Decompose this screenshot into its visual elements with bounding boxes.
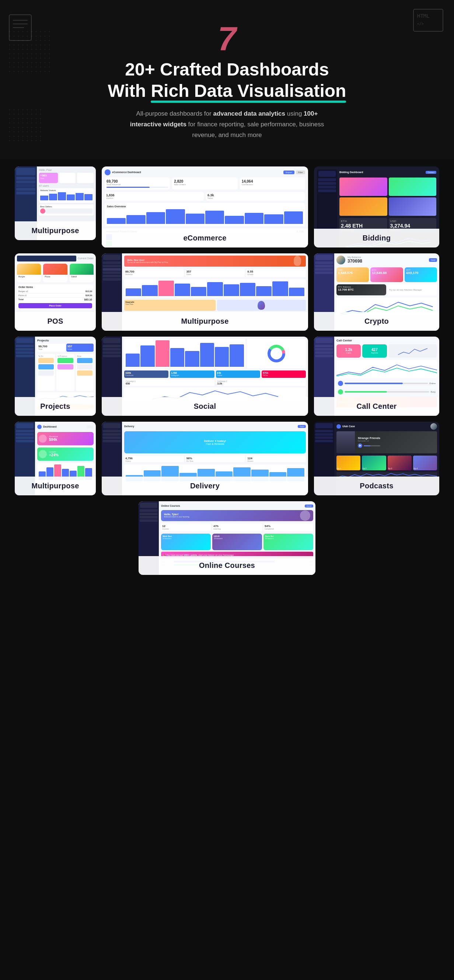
cc-stat-chart-box (389, 344, 437, 358)
del-stats: 4,796 Orders 98% On Time 124 Drivers (124, 455, 306, 462)
bid-img-3 (339, 197, 387, 216)
deco-left-icon (7, 7, 37, 46)
card-label-pos: POS (15, 312, 96, 331)
card-label-podcasts: Podcasts (314, 477, 439, 495)
proj-kanban: To Do In Progress Done (37, 354, 94, 391)
pod-person-image (336, 431, 355, 453)
grid-row-5: Online Courses Enroll Hello, Tyler! Welc… (15, 501, 439, 575)
cc-stat-calls: 1.2k Calls (336, 344, 361, 358)
pod-thumb-1: Ep.1 (336, 455, 360, 470)
card-podcasts[interactable]: Utah Case Strange Friends Episode 12 (314, 422, 439, 495)
hero-title: 20+ Crafted Dashboards With Rich Data Vi… (7, 59, 447, 101)
grid-row-3: Projects 99,700 Total 357 Active (15, 337, 439, 416)
svg-text:HTML: HTML (417, 13, 430, 19)
crypto-card-2: ETH 12,549.88 (370, 267, 403, 282)
oc-greeting: Hello, Tyler! Welcome back to your learn… (161, 510, 313, 521)
crypto-card-3: DOT 4X0,170 (405, 267, 437, 282)
oc-stats: 12 Courses 47h Learning 94% Completion (161, 523, 313, 531)
card-multipurpose-1[interactable]: Hello, Paul +560 new 47 users Website Vi… (15, 167, 96, 240)
card-crypto[interactable]: My Balance 370698 Send BNB 1,648.575 (314, 253, 439, 331)
svg-rect-4 (413, 9, 443, 31)
cc-stat-agents: 427 Agents (362, 344, 387, 358)
grid-row-4: Dashboard Revenue $84k (15, 422, 439, 495)
card-label-multipurpose-1: Multipurpose (15, 221, 96, 240)
card-label-multipurpose-3: Multipurpose (15, 477, 96, 495)
card-multipurpose-2[interactable]: Hello, New User! Try our all new Environ… (102, 253, 308, 331)
pod-thumb-2: Ep.2 (362, 455, 386, 470)
card-multipurpose-3[interactable]: Dashboard Revenue $84k (15, 422, 96, 495)
card-bidding[interactable]: Bidding Dashboard Connect ETH (314, 167, 439, 248)
soc-stats: 320k Facebook 1.5M Instagram 84k Twitter (124, 371, 306, 378)
pod-hero-image: Strange Friends Episode 12 (336, 431, 437, 453)
oc-course-cards: Web Dev 24 lessons UI/UX 18 lessons Data… (161, 534, 313, 550)
card-label-social: Social (102, 397, 308, 416)
mp3-pink-card: Revenue $84k (37, 432, 94, 445)
bid-img-2 (389, 178, 436, 196)
oc-course-1: Web Dev 24 lessons (161, 534, 211, 550)
bid-images (339, 178, 436, 216)
card-pos[interactable]: Current Order Burger Pizza Salad (15, 253, 96, 331)
card-label-delivery: Delivery (102, 477, 308, 495)
cc-stats-row: 1.2k Calls 427 Agents (336, 344, 437, 358)
card-label-crypto: Crypto (314, 312, 439, 331)
card-label-multipurpose-2: Multipurpose (102, 312, 308, 331)
oc-course-2: UI/UX 18 lessons (212, 534, 262, 550)
soc-charts (124, 339, 306, 368)
dashboard-grid: Hello, Paul +560 new 47 users Website Vi… (0, 159, 454, 603)
card-online-courses[interactable]: Online Courses Enroll Hello, Tyler! Welc… (139, 501, 315, 575)
grid-row-1: Hello, Paul +560 new 47 users Website Vi… (15, 167, 439, 248)
card-label-online-courses: Online Courses (139, 556, 315, 575)
crypto-avatar (336, 256, 345, 264)
card-delivery[interactable]: Delivery Track Deliver it today! Fast & … (102, 422, 308, 495)
card-callcenter[interactable]: Call Center 1.2k Calls 427 Agents (314, 337, 439, 416)
pod-thumbnails: Ep.1 Ep.2 Ep.3 Ep.4 (336, 455, 437, 470)
hero-number: 7 (7, 22, 447, 55)
card-projects[interactable]: Projects 99,700 Total 357 Active (15, 337, 96, 416)
card-label-bidding: Bidding (314, 229, 439, 248)
card-label-projects: Projects (15, 397, 96, 416)
bid-img-1 (339, 178, 387, 196)
mp3-green-card: Growth +24% (37, 447, 94, 461)
mp2-chart (124, 279, 306, 298)
crypto-cards: BNB 1,648.575 ETH 12,549.88 DOT 4X0,170 (336, 267, 437, 282)
mp2-banner: Hello, New User! Try our all new Environ… (124, 256, 306, 267)
hero-description: All-purpose dashboards for advanced data… (127, 109, 327, 141)
mp2-stats: 89,700 Revenue 357 Users 8.55 Growth (124, 269, 306, 277)
grid-row-2: Current Order Burger Pizza Salad (15, 253, 439, 331)
proj-stats: 99,700 Total 357 Active (37, 344, 94, 352)
card-label-ecommerce: eCommerce (102, 229, 308, 248)
cc-wave-area (336, 360, 437, 378)
del-hero-banner: Deliver it today! Fast & Reliable (124, 431, 306, 453)
deco-right-icon: HTML </> (410, 7, 447, 38)
svg-text:</>: </> (417, 22, 424, 26)
crypto-card-1: BNB 1,648.575 (336, 267, 369, 282)
card-label-callcenter: Call Center (314, 397, 439, 416)
soc-bar-chart (124, 339, 245, 368)
card-social[interactable]: 320k Facebook 1.5M Instagram 84k Twitter (102, 337, 308, 416)
bid-img-4 (389, 197, 436, 216)
card-ecommerce[interactable]: eCommerce Dashboard Export Filter 69,700… (102, 167, 308, 248)
pod-thumb-3: Ep.3 (388, 455, 412, 470)
oc-course-3: Data Sci 30 lessons (263, 534, 313, 550)
hero-section: HTML </> 7 20+ Crafted Dashboards With R… (0, 0, 454, 159)
